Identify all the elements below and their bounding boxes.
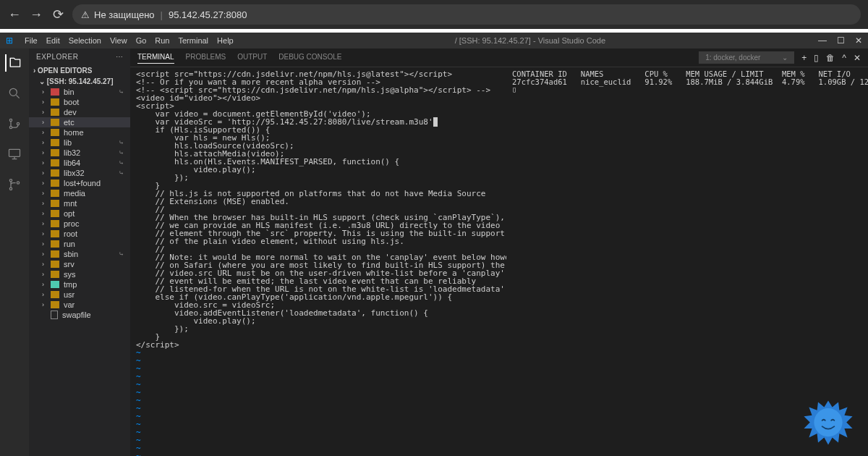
folder-icon — [51, 180, 59, 187]
folder-icon — [51, 139, 59, 146]
folder-tmp[interactable]: ›tmp — [29, 279, 130, 290]
svg-point-1 — [9, 119, 12, 121]
close-panel-button[interactable]: ✕ — [854, 53, 861, 63]
window-title: / [SSH: 95.142.45.27] - Visual Studio Co… — [242, 36, 818, 45]
maximize-panel-button[interactable]: ^ — [842, 53, 846, 63]
svg-point-5 — [9, 180, 12, 182]
close-button[interactable]: ✕ — [855, 35, 862, 46]
svg-point-0 — [9, 88, 17, 96]
menu-run[interactable]: Run — [155, 36, 169, 45]
folder-icon — [51, 169, 59, 177]
folder-icon — [51, 109, 59, 116]
workspace-host[interactable]: ⌄ [SSH: 95.142.45.27] — [29, 76, 130, 87]
menu-go[interactable]: Go — [136, 36, 147, 45]
split-terminal-button[interactable]: ▯ — [814, 53, 819, 63]
kill-terminal-button[interactable]: 🗑 — [826, 53, 835, 63]
folder-opt[interactable]: ›opt — [29, 208, 130, 219]
source-control-icon[interactable] — [6, 115, 23, 132]
svg-point-6 — [9, 187, 12, 190]
explorer-icon[interactable] — [5, 54, 22, 72]
folder-icon — [51, 250, 59, 258]
folder-icon — [51, 159, 59, 166]
svg-point-7 — [17, 182, 19, 184]
open-editors-section[interactable]: › OPEN EDITORS — [29, 65, 130, 76]
folder-media[interactable]: ›media — [29, 188, 130, 198]
folder-lib32[interactable]: ›lib32⤷ — [29, 148, 130, 158]
folder-icon — [51, 98, 59, 106]
folder-icon — [51, 210, 59, 217]
file-swapfile[interactable]: swapfile — [29, 310, 130, 320]
git-icon[interactable] — [6, 176, 23, 193]
folder-sbin[interactable]: ›sbin⤷ — [29, 249, 130, 259]
menu-edit[interactable]: Edit — [46, 36, 60, 45]
menu-selection[interactable]: Selection — [69, 36, 101, 45]
panel-tab-problems[interactable]: PROBLEMS — [186, 51, 226, 64]
mascot-icon — [803, 398, 854, 449]
security-label: Не защищено — [94, 9, 155, 20]
svg-point-9 — [814, 408, 842, 436]
explorer-more-icon[interactable]: ⋯ — [116, 53, 124, 61]
folder-icon — [51, 271, 59, 278]
folder-etc[interactable]: ›etc — [29, 117, 130, 127]
reload-button[interactable]: ⟳ — [51, 7, 65, 22]
folder-srv[interactable]: ›srv — [29, 259, 130, 269]
svg-point-3 — [17, 122, 19, 124]
address-bar[interactable]: ⚠Не защищено | 95.142.45.27:8080 — [72, 4, 861, 25]
folder-icon — [51, 240, 59, 248]
url-text: 95.142.45.27:8080 — [169, 9, 247, 20]
folder-root[interactable]: ›root — [29, 229, 130, 239]
folder-icon — [51, 200, 59, 207]
panel-tab-output[interactable]: OUTPUT — [237, 51, 267, 64]
forward-button[interactable]: → — [29, 7, 43, 22]
folder-icon — [51, 230, 59, 237]
menu-help[interactable]: Help — [217, 36, 234, 45]
svg-point-2 — [9, 126, 12, 128]
menu-view[interactable]: View — [110, 36, 127, 45]
file-icon — [51, 311, 58, 319]
folder-boot[interactable]: ›boot — [29, 97, 130, 107]
folder-icon — [51, 129, 59, 136]
folder-icon — [51, 220, 59, 227]
folder-icon — [51, 119, 59, 126]
folder-var[interactable]: ›var — [29, 300, 130, 310]
folder-icon — [51, 291, 59, 298]
folder-bin[interactable]: ›bin⤷ — [29, 87, 130, 97]
explorer-header: EXPLORER — [36, 53, 78, 61]
folder-mnt[interactable]: ›mnt — [29, 198, 130, 208]
folder-icon — [51, 301, 59, 308]
folder-lost+found[interactable]: ›lost+found — [29, 178, 130, 188]
svg-rect-4 — [9, 149, 20, 156]
terminal-1[interactable]: <script src="https://cdn.jsdelivr.net/np… — [130, 67, 506, 456]
folder-run[interactable]: ›run — [29, 239, 130, 249]
remote-icon[interactable] — [6, 145, 23, 163]
menu-terminal[interactable]: Terminal — [179, 36, 209, 45]
folder-usr[interactable]: ›usr — [29, 290, 130, 300]
folder-sys[interactable]: ›sys — [29, 269, 130, 279]
new-terminal-button[interactable]: + — [801, 53, 807, 63]
maximize-button[interactable]: ☐ — [837, 35, 845, 46]
folder-icon — [51, 88, 59, 96]
folder-icon — [51, 261, 59, 268]
warning-icon: ⚠ — [81, 9, 90, 20]
folder-icon — [51, 281, 59, 288]
search-icon[interactable] — [6, 85, 23, 102]
folder-icon — [51, 149, 59, 156]
folder-home[interactable]: ›home — [29, 127, 130, 138]
folder-lib64[interactable]: ›lib64⤷ — [29, 158, 130, 168]
minimize-button[interactable]: — — [818, 35, 827, 46]
menu-file[interactable]: File — [25, 36, 38, 45]
panel-tab-debug-console[interactable]: DEBUG CONSOLE — [278, 51, 341, 64]
panel-tab-terminal[interactable]: TERMINAL — [137, 51, 174, 64]
folder-proc[interactable]: ›proc — [29, 219, 130, 229]
folder-lib[interactable]: ›lib⤷ — [29, 138, 130, 148]
folder-dev[interactable]: ›dev — [29, 107, 130, 117]
vscode-logo-icon: ⊞ — [6, 35, 13, 46]
back-button[interactable]: ← — [7, 7, 22, 22]
folder-libx32[interactable]: ›libx32⤷ — [29, 168, 130, 178]
terminal-selector[interactable]: 1: docker, docker⌄ — [699, 51, 794, 64]
chevron-down-icon: ⌄ — [782, 54, 788, 62]
folder-icon — [51, 190, 59, 197]
